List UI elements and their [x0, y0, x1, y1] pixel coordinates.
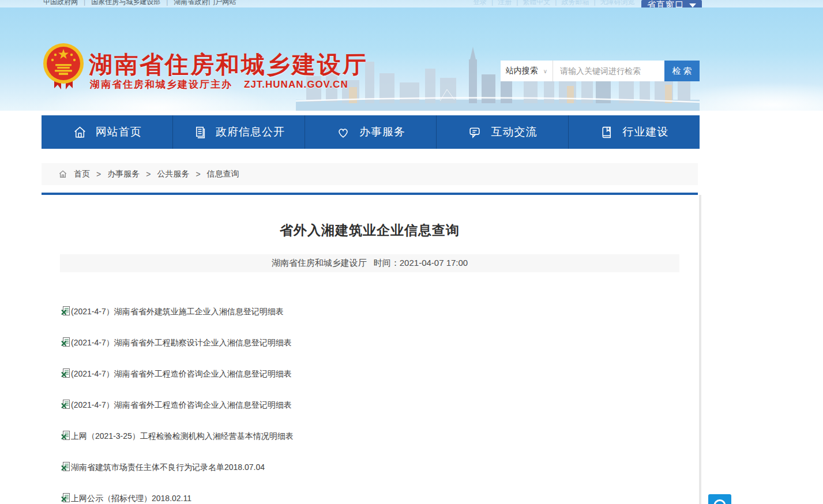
- main-nav: 网站首页 政府信息公开 办事服务 互动交流: [42, 115, 700, 149]
- breadcrumb-separator: >: [196, 170, 200, 179]
- top-link-register[interactable]: 注册: [498, 0, 512, 6]
- article-card: 省外入湘建筑业企业信息查询 湖南省住房和城乡建设厅 时间：2021-04-07 …: [42, 193, 698, 504]
- nav-item-industry[interactable]: 行业建设: [568, 115, 700, 149]
- top-link-mohurd[interactable]: 国家住房与城乡建设部: [91, 0, 160, 6]
- top-links-left: 中国政府网|国家住房与城乡建设部|湖南省政府门户网站: [43, 0, 236, 7]
- home-icon: [58, 170, 67, 179]
- breadcrumb-separator: >: [146, 170, 151, 179]
- site-search: 站内搜索 ∨ 检 索: [501, 61, 700, 81]
- attachment-label: (2021-4-7）湖南省省外建筑业施工企业入湘信息登记明细表: [71, 305, 284, 318]
- attachment-link[interactable]: 湖南省建筑市场责任主体不良行为记录名单2018.07.04: [61, 461, 265, 473]
- site-domain: ZJT.HUNAN.GOV.CN: [244, 79, 348, 90]
- nav-item-label: 行业建设: [622, 125, 668, 140]
- list-item: (2021-4-7）湖南省省外建筑业施工企业入湘信息登记明细表: [61, 305, 698, 319]
- breadcrumb: 首页 > 办事服务 > 公共服务 > 信息查询: [42, 163, 698, 185]
- attachment-label: 上网（2021-3-25）工程检验检测机构入湘经营基本情况明细表: [71, 430, 294, 442]
- top-separator: |: [166, 0, 168, 6]
- breadcrumb-home[interactable]: 首页: [74, 169, 90, 179]
- excel-file-icon: [61, 431, 70, 440]
- top-link-login[interactable]: 登录: [473, 0, 487, 6]
- document-icon: [193, 125, 207, 140]
- attachment-link[interactable]: (2021-4-7）湖南省省外工程造价咨询企业入湘信息登记明细表: [61, 367, 292, 380]
- attachment-label: 上网公示（招标代理）2018.02.11: [71, 492, 191, 504]
- nav-item-label: 互动交流: [491, 125, 537, 140]
- breadcrumb-info-query[interactable]: 信息查询: [207, 169, 239, 179]
- attachment-list: (2021-4-7）湖南省省外建筑业施工企业入湘信息登记明细表 (2021-4-…: [42, 305, 698, 504]
- breadcrumb-services[interactable]: 办事服务: [107, 169, 140, 179]
- search-button[interactable]: 检 索: [664, 61, 700, 81]
- person-icon: [714, 499, 726, 504]
- scrollbar[interactable]: [699, 195, 701, 504]
- attachment-link[interactable]: (2021-4-7）湖南省省外建筑业施工企业入湘信息登记明细表: [61, 305, 284, 318]
- top-separator: |: [491, 0, 493, 6]
- top-link-gov-mailbox[interactable]: 政务邮箱: [561, 0, 589, 6]
- list-item: 上网（2021-3-25）工程检验检测机构入湘经营基本情况明细表: [61, 430, 698, 444]
- top-link-traditional-chinese[interactable]: 繁體中文: [523, 0, 550, 6]
- page: 中国政府网|国家住房与城乡建设部|湖南省政府门户网站 登录|注册|繁體中文|政务…: [0, 0, 823, 504]
- list-item: 上网公示（招标代理）2018.02.11: [61, 492, 698, 504]
- article-meta: 湖南省住房和城乡建设厅 时间：2021-04-07 17:00: [60, 254, 679, 272]
- top-link-hunan-gov[interactable]: 湖南省政府门户网站: [174, 0, 236, 6]
- page-title: 省外入湘建筑业企业信息查询: [42, 221, 698, 239]
- nav-item-label: 办事服务: [359, 125, 405, 140]
- list-item: (2021-4-7）湖南省省外工程勘察设计企业入湘信息登记明细表: [61, 336, 698, 351]
- attachment-label: 湖南省建筑市场责任主体不良行为记录名单2018.07.04: [71, 461, 265, 473]
- breadcrumb-separator: >: [96, 170, 101, 179]
- attachment-label: (2021-4-7）湖南省省外工程造价咨询企业入湘信息登记明细表: [71, 398, 292, 411]
- online-service-button[interactable]: [708, 494, 731, 504]
- attachment-link[interactable]: (2021-4-7）湖南省省外工程勘察设计企业入湘信息登记明细表: [61, 336, 292, 349]
- excel-file-icon: [61, 337, 70, 347]
- attachment-link[interactable]: 上网（2021-3-25）工程检验检测机构入湘经营基本情况明细表: [61, 430, 294, 442]
- nav-item-interaction[interactable]: 互动交流: [436, 115, 568, 149]
- list-item: (2021-4-7）湖南省省外工程造价咨询企业入湘信息登记明细表: [61, 398, 698, 413]
- site-banner: 湖南省住房和城乡建设厅 湖南省住房和城乡建设厅主办ZJT.HUNAN.GOV.C…: [0, 7, 823, 111]
- attachment-label: (2021-4-7）湖南省省外工程造价咨询企业入湘信息登记明细表: [71, 367, 292, 380]
- top-link-gov-cn[interactable]: 中国政府网: [43, 0, 78, 6]
- heart-icon: [336, 125, 351, 140]
- chat-icon: [467, 125, 482, 140]
- list-item: (2021-4-7）湖南省省外工程造价咨询企业入湘信息登记明细表: [61, 367, 698, 382]
- excel-file-icon: [61, 306, 70, 315]
- national-emblem-logo: [42, 42, 85, 92]
- nav-item-label: 网站首页: [96, 125, 142, 140]
- top-link-accessibility[interactable]: 无障碍浏览: [600, 0, 635, 6]
- nav-item-home[interactable]: 网站首页: [42, 115, 172, 149]
- nav-item-gov-info[interactable]: 政府信息公开: [172, 115, 304, 149]
- top-links-right: 登录|注册|繁體中文|政务邮箱|无障碍浏览: [473, 0, 635, 7]
- chevron-down-icon: [689, 3, 696, 7]
- top-separator: |: [516, 0, 518, 6]
- attachment-label: (2021-4-7）湖南省省外工程勘察设计企业入湘信息登记明细表: [71, 336, 292, 349]
- breadcrumb-public-services[interactable]: 公共服务: [157, 169, 189, 179]
- excel-file-icon: [61, 462, 70, 471]
- top-separator: |: [84, 0, 85, 6]
- excel-file-icon: [61, 368, 70, 378]
- search-input[interactable]: [553, 61, 664, 81]
- attachment-link[interactable]: (2021-4-7）湖南省省外工程造价咨询企业入湘信息登记明细表: [61, 398, 292, 411]
- home-icon: [73, 125, 87, 140]
- list-item: 湖南省建筑市场责任主体不良行为记录名单2018.07.04: [61, 461, 698, 475]
- excel-file-icon: [61, 493, 70, 502]
- article-source: 湖南省住房和城乡建设厅: [272, 258, 367, 269]
- top-separator: |: [593, 0, 595, 6]
- site-subtitle: 湖南省住房和城乡建设厅主办ZJT.HUNAN.GOV.CN: [90, 78, 348, 91]
- top-separator: |: [555, 0, 557, 6]
- article-time: 时间：2021-04-07 17:00: [374, 258, 468, 269]
- search-scope-label: 站内搜索: [506, 66, 538, 76]
- book-icon: [599, 125, 614, 140]
- search-scope-select[interactable]: 站内搜索 ∨: [501, 61, 553, 81]
- nav-item-services[interactable]: 办事服务: [305, 115, 436, 149]
- site-title: 湖南省住房和城乡建设厅: [89, 49, 368, 81]
- site-subtitle-text: 湖南省住房和城乡建设厅主办: [90, 79, 232, 90]
- excel-file-icon: [61, 400, 70, 409]
- chevron-down-icon: ∨: [543, 68, 547, 74]
- attachment-link[interactable]: 上网公示（招标代理）2018.02.11: [61, 492, 191, 504]
- nav-item-label: 政府信息公开: [216, 125, 285, 140]
